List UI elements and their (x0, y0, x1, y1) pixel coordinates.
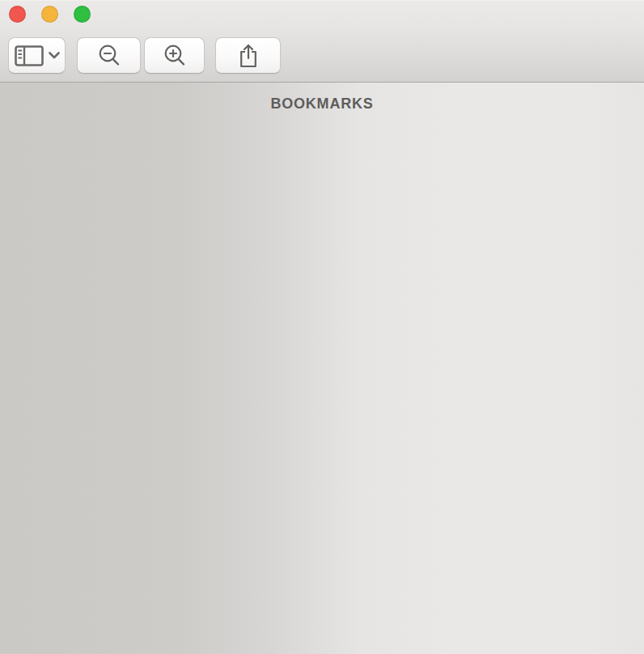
zoom-out-button[interactable] (77, 37, 141, 74)
toolbar (0, 0, 644, 82)
view-menu-button[interactable] (8, 37, 66, 74)
content-area: BOOKMARKS (0, 83, 644, 654)
sidebar-panel-icon (15, 45, 44, 66)
zoom-in-button[interactable] (144, 37, 205, 74)
magnifier-plus-icon (163, 44, 187, 68)
preview-window: BOOKMARKS (0, 0, 644, 654)
window-chrome (0, 0, 644, 83)
share-icon (238, 43, 259, 69)
bookmarks-header: BOOKMARKS (0, 83, 644, 113)
magnifier-minus-icon (97, 44, 121, 68)
share-button[interactable] (215, 37, 281, 74)
chevron-down-icon (49, 52, 60, 59)
